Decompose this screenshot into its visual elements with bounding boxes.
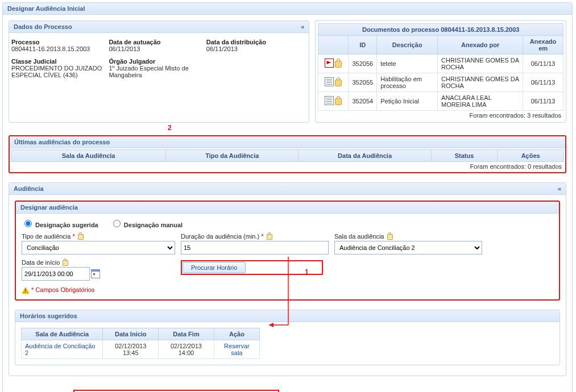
data-inicio-label: Data de início	[22, 259, 169, 266]
ultimas-panel: Últimas audiências do processo Sala da A…	[9, 135, 566, 173]
classe-label: Classe Judicial	[11, 58, 109, 65]
h-sala-link[interactable]: Audiência de Conciliação 2	[25, 343, 96, 356]
h-col-inicio: Data Início	[103, 328, 159, 340]
doc-em: 06/11/13	[523, 92, 563, 111]
lock-icon	[387, 234, 393, 240]
table-row: Audiência de Conciliação 2 02/12/2013 13…	[22, 340, 260, 359]
lock-icon	[267, 234, 272, 240]
dados-do-processo-panel: Dados do Processo « Processo 0804411-16.…	[9, 20, 309, 123]
orgao-label: Órgão Julgador	[109, 58, 206, 65]
lock-icon	[63, 260, 68, 266]
doc-id: 352056	[349, 55, 377, 73]
audiencia-header: Audiência «	[9, 183, 566, 195]
radio-sugerida-input[interactable]	[24, 220, 32, 227]
collapse-icon[interactable]: «	[301, 23, 304, 30]
annotation-1: 1	[305, 268, 309, 276]
sala-select[interactable]: Audiência de Conciliação 2	[334, 241, 482, 255]
lock-icon	[335, 80, 342, 86]
horarios-header: Horários sugeridos	[15, 310, 560, 322]
lock-icon	[78, 234, 84, 240]
dados-header: Dados do Processo «	[9, 21, 309, 33]
designar-title: Designar audiência	[20, 204, 78, 211]
ultimas-header: Últimas audiências do processo	[10, 136, 565, 148]
lock-icon	[335, 61, 342, 68]
svg-marker-2	[269, 323, 274, 327]
table-row: 352056teteteCHRISTIANNE GOMES DA ROCHA06…	[318, 55, 563, 73]
duracao-input[interactable]	[181, 241, 329, 255]
designar-radio-row: Designação sugerida Designação manual	[16, 214, 559, 231]
docs-col-icons	[318, 36, 349, 55]
documentos-panel: Documentos do processo 0804411-16.2013.8…	[315, 20, 566, 123]
h-col-fim: Data Fim	[159, 328, 214, 340]
autuacao-label: Data de autuação	[109, 39, 206, 45]
bottom-bar: Gravar Próxima ação: Aguarda Audiência I…	[3, 386, 572, 392]
doc-type-icon[interactable]	[325, 77, 334, 86]
ultimas-col-sala: Sala da Audiência	[11, 150, 166, 162]
table-row: 352055Habilitação em processoCHRISTIANNE…	[318, 73, 563, 92]
orgao-value: 1º Juizado Especial Misto de Mangabeira	[109, 65, 206, 78]
table-row: 352054Petição InicialANACLARA LEAL MOREI…	[318, 92, 563, 111]
h-col-sala: Sala de Audiência	[22, 328, 103, 340]
doc-por: ANACLARA LEAL MOREIRA LIMA	[438, 92, 523, 111]
main-panel-header: Designar Audiência Inicial	[3, 3, 572, 15]
docs-col-em: Anexado em	[523, 36, 563, 55]
distrib-label: Data da distribuição	[206, 39, 304, 45]
doc-desc: tetete	[377, 55, 438, 73]
procurar-horario-button[interactable]: Procurar Horário	[183, 262, 246, 273]
lock-icon	[335, 98, 342, 105]
processo-value: 0804411-16.2013.8.15.2003	[11, 45, 109, 52]
docs-col-por: Anexado por	[438, 36, 523, 55]
doc-por: CHRISTIANNE GOMES DA ROCHA	[438, 73, 523, 92]
audiencia-panel: Audiência « Designar audiência Designaçã…	[9, 182, 566, 376]
audiencia-title: Audiência	[14, 185, 44, 192]
designar-header: Designar audiência	[16, 202, 559, 214]
horarios-title: Horários sugeridos	[20, 312, 77, 319]
collapse-icon[interactable]: «	[558, 185, 561, 192]
docs-footer: Foram encontrados: 3 resultados	[318, 111, 563, 120]
ultimas-col-data: Data da Audiência	[299, 150, 431, 162]
tipo-label: Tipo de audiência *	[22, 233, 169, 240]
autuacao-value: 06/11/2013	[109, 45, 206, 52]
ultimas-col-tipo: Tipo da Audiência	[166, 150, 299, 162]
ultimas-col-status: Status	[431, 150, 498, 162]
distrib-value: 06/11/2013	[206, 45, 304, 52]
ultimas-col-acoes: Ações	[498, 150, 564, 162]
annotation-2: 2	[168, 124, 172, 132]
campos-obrigatorios: * Campos Obrigatórios	[31, 286, 94, 293]
doc-desc: Habilitação em processo	[377, 73, 438, 92]
sala-label: Sala da audiência	[334, 233, 476, 240]
classe-value: PROCEDIMENTO DO JUIZADO ESPECIAL CÍVEL (…	[11, 65, 109, 78]
h-inicio: 02/12/2013 13:45	[103, 340, 159, 359]
horarios-table: Sala de Audiência Data Início Data Fim A…	[21, 328, 260, 359]
dados-title: Dados do Processo	[14, 23, 72, 30]
radio-sugerida[interactable]: Designação sugerida	[22, 222, 98, 228]
ultimas-footer: Foram encontrados: 0 resultados	[11, 162, 564, 171]
data-inicio-input[interactable]	[22, 267, 90, 281]
doc-type-icon[interactable]	[325, 59, 334, 68]
docs-col-desc: Descrição	[377, 36, 438, 55]
reservar-sala-link[interactable]: Reservar sala	[224, 343, 250, 356]
processo-label: Processo	[11, 39, 109, 45]
doc-em: 06/11/13	[523, 55, 563, 73]
designar-panel: Designar audiência Designação sugerida D…	[15, 201, 560, 301]
doc-em: 06/11/13	[523, 73, 563, 92]
h-fim: 02/12/2013 14:00	[159, 340, 214, 359]
warning-icon	[22, 287, 30, 294]
tipo-select[interactable]: Conciliação	[22, 241, 175, 255]
page-title: Designar Audiência Inicial	[7, 5, 85, 12]
radio-manual[interactable]: Designação manual	[110, 222, 183, 228]
audiencia-body: Designar audiência Designação sugerida D…	[9, 195, 566, 376]
calendar-icon[interactable]	[91, 269, 100, 278]
doc-desc: Petição Inicial	[377, 92, 438, 111]
radio-manual-input[interactable]	[113, 220, 121, 227]
doc-id: 352054	[349, 92, 377, 111]
duracao-label: Duração da audiência (min.) *	[181, 233, 323, 240]
dados-body: Processo 0804411-16.2013.8.15.2003 Data …	[9, 33, 309, 86]
h-col-acao: Ação	[214, 328, 259, 340]
docs-table: ID Descrição Anexado por Anexado em 3520…	[318, 35, 563, 111]
ultimas-table: Sala da Audiência Tipo da Audiência Data…	[11, 149, 564, 162]
doc-type-icon[interactable]	[325, 96, 334, 105]
horarios-panel: Horários sugeridos Sala de Audiência Dat…	[15, 310, 560, 365]
main-panel: Designar Audiência Inicial Dados do Proc…	[2, 2, 573, 392]
ultimas-title: Últimas audiências do processo	[14, 139, 110, 145]
